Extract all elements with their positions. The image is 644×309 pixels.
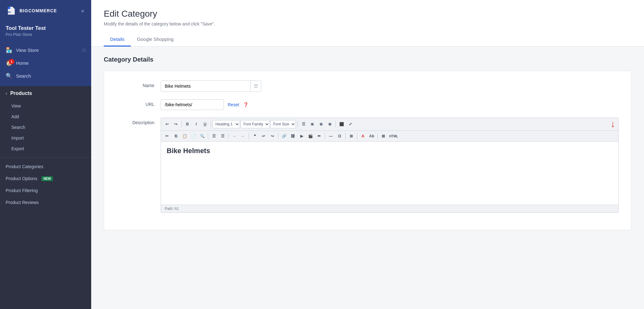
cut-button[interactable]: ✂ bbox=[163, 132, 171, 140]
product-reviews-label: Product Reviews bbox=[6, 200, 39, 205]
sidebar-header: BIG BIGCOMMERCE « bbox=[0, 0, 91, 21]
align-justify-button[interactable]: ≣ bbox=[326, 120, 334, 128]
name-input[interactable] bbox=[161, 81, 250, 91]
italic-button[interactable]: I bbox=[192, 120, 200, 128]
font-family-select[interactable]: Font Family bbox=[241, 120, 270, 128]
heading-select[interactable]: Heading 1 Heading 2 Heading 3 Paragraph bbox=[213, 120, 240, 128]
help-icon[interactable]: ❓ bbox=[243, 102, 248, 107]
undo-button[interactable]: ↩ bbox=[163, 120, 171, 128]
external-link-icon: ⬡ bbox=[82, 48, 86, 52]
redo-button[interactable]: ↪ bbox=[172, 120, 180, 128]
sidebar-item-home[interactable]: 🏠 1 Home bbox=[0, 57, 91, 69]
new-badge: NEW bbox=[42, 176, 53, 181]
expand-button[interactable]: ⤢ bbox=[346, 120, 354, 128]
name-input-wrapper: ☰ bbox=[161, 80, 261, 92]
product-categories-label: Product Categories bbox=[6, 164, 43, 169]
tab-details[interactable]: Details bbox=[104, 33, 131, 47]
align-center-button[interactable]: ≣ bbox=[308, 120, 316, 128]
font-size-select[interactable]: Font Size bbox=[270, 120, 296, 128]
indent-button[interactable]: → bbox=[230, 132, 238, 140]
toolbar-separator-2 bbox=[211, 121, 211, 127]
url-input[interactable] bbox=[161, 99, 224, 110]
edit-button[interactable]: ✏ bbox=[315, 132, 323, 140]
view-toggle-button[interactable]: ⬛ bbox=[337, 120, 346, 128]
nav-top: 🏪 View Store ⬡ 🏠 1 Home 🔍 Search bbox=[0, 42, 91, 86]
paste-plain-button[interactable]: 📄 bbox=[189, 132, 197, 140]
html-button[interactable]: HTML bbox=[388, 132, 399, 140]
toolbar-separator-11 bbox=[357, 133, 357, 139]
find-button[interactable]: 🔍 bbox=[198, 132, 206, 140]
sidebar-item-product-reviews[interactable]: Product Reviews bbox=[0, 196, 91, 208]
products-label: Products bbox=[10, 91, 32, 96]
sidebar-item-search[interactable]: 🔍 Search bbox=[0, 69, 91, 82]
toolbar-separator-9 bbox=[325, 133, 325, 139]
chevron-left-icon: ‹ bbox=[6, 91, 7, 96]
link-button[interactable]: 🔗 bbox=[280, 132, 288, 140]
arrow-indicator: ↓ bbox=[611, 119, 615, 129]
embed-button[interactable]: ▶ bbox=[297, 132, 306, 140]
sidebar-item-product-options[interactable]: Product Options NEW bbox=[0, 173, 91, 185]
sidebar-item-products-add[interactable]: Add bbox=[0, 111, 91, 122]
toolbar-separator-5 bbox=[208, 133, 208, 139]
text-color-button[interactable]: A bbox=[359, 132, 367, 140]
svg-text:BIG: BIG bbox=[7, 11, 11, 13]
table-button[interactable]: ⊞ bbox=[347, 132, 355, 140]
toolbar-separator-7 bbox=[249, 133, 249, 139]
sidebar-item-product-filtering[interactable]: Product Filtering bbox=[0, 185, 91, 196]
copy-button[interactable]: ⎘ bbox=[172, 132, 180, 140]
store-info: Tool Tester Test Pro Plan Store bbox=[0, 21, 91, 42]
tab-google-shopping[interactable]: Google Shopping bbox=[131, 33, 180, 47]
collapse-button[interactable]: « bbox=[80, 6, 86, 15]
outdent-button[interactable]: ← bbox=[239, 132, 247, 140]
bold-button[interactable]: B bbox=[183, 120, 192, 128]
editor-content[interactable]: Bike Helmets bbox=[161, 142, 618, 205]
paste-button[interactable]: 📋 bbox=[180, 132, 189, 140]
sidebar-item-products-view[interactable]: View bbox=[0, 101, 91, 111]
sidebar-item-products-export[interactable]: Export bbox=[0, 143, 91, 154]
blockquote-button[interactable]: ❝ bbox=[251, 132, 259, 140]
svg-marker-1 bbox=[8, 7, 10, 9]
toolbar-separator-8 bbox=[278, 133, 278, 139]
sidebar-item-view-store[interactable]: 🏪 View Store ⬡ bbox=[0, 44, 91, 57]
sidebar-top: BIG BIGCOMMERCE « Tool Tester Test Pro P… bbox=[0, 0, 91, 86]
toolbar-separator-10 bbox=[345, 133, 346, 139]
toolbar-separator-6 bbox=[228, 133, 229, 139]
reset-link[interactable]: Reset bbox=[228, 102, 239, 107]
name-label: Name bbox=[117, 80, 154, 88]
products-header[interactable]: ‹ Products bbox=[0, 86, 91, 101]
view-store-label: View Store bbox=[16, 47, 39, 53]
bullet-list-button[interactable]: ☰ bbox=[210, 132, 218, 140]
toolbar-separator-3 bbox=[297, 121, 298, 127]
redo2-button[interactable]: ↪ bbox=[268, 132, 276, 140]
align-right-button[interactable]: ≣ bbox=[317, 120, 325, 128]
description-field: ↩ ↪ B I U Heading 1 Heading 2 Heading 3 bbox=[161, 118, 619, 213]
page-subtitle: Modify the details of the category below… bbox=[104, 21, 631, 26]
description-row: Description ↩ ↪ B I U H bbox=[117, 118, 619, 213]
logo-area: BIG BIGCOMMERCE bbox=[6, 5, 57, 16]
home-label: Home bbox=[16, 60, 29, 66]
name-row: Name ☰ bbox=[117, 80, 619, 92]
special-char-button[interactable]: Ω bbox=[336, 132, 344, 140]
form-section: Category Details Name ☰ URL Rese bbox=[91, 47, 644, 240]
sidebar-item-products-search[interactable]: Search bbox=[0, 122, 91, 133]
sidebar-divider bbox=[0, 157, 91, 157]
page-title: Edit Category bbox=[104, 9, 631, 19]
section-title: Category Details bbox=[104, 56, 631, 63]
underline-button[interactable]: U bbox=[201, 120, 209, 128]
sidebar-item-product-categories[interactable]: Product Categories bbox=[0, 161, 91, 173]
store-plan: Pro Plan Store bbox=[6, 32, 86, 37]
highlight-button[interactable]: Ab bbox=[368, 132, 376, 140]
align-left-button[interactable]: ☰ bbox=[299, 120, 308, 128]
numbered-list-button[interactable]: ☰ bbox=[219, 132, 227, 140]
undo2-button[interactable]: ↩ bbox=[259, 132, 268, 140]
toolbar-separator-4 bbox=[336, 121, 336, 127]
image-button[interactable]: 🖼 bbox=[289, 132, 297, 140]
remove-format-button[interactable]: ⊠ bbox=[379, 132, 387, 140]
logo-text: BIGCOMMERCE bbox=[19, 8, 57, 13]
sidebar-item-products-import[interactable]: Import bbox=[0, 133, 91, 143]
product-options-label: Product Options bbox=[6, 176, 37, 181]
sidebar: BIG BIGCOMMERCE « Tool Tester Test Pro P… bbox=[0, 0, 91, 309]
video-button[interactable]: 🎬 bbox=[306, 132, 314, 140]
hr-button[interactable]: — bbox=[327, 132, 335, 140]
editor-heading: Bike Helmets bbox=[167, 147, 613, 155]
